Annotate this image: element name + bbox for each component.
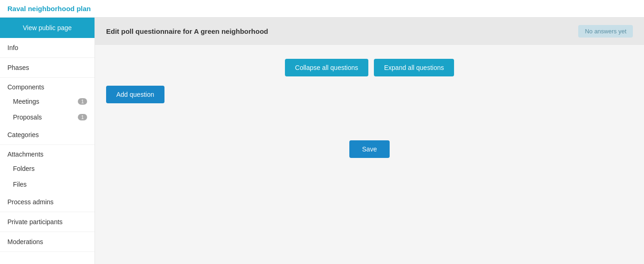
add-question-button[interactable]: Add question — [106, 86, 164, 103]
sidebar-proposals-badge: 1 — [78, 114, 87, 120]
sidebar-item-view-public[interactable]: View public page — [0, 18, 95, 38]
sidebar-item-info[interactable]: Info — [0, 38, 95, 58]
sidebar-item-process-admins[interactable]: Process admins — [0, 192, 95, 212]
sidebar-item-moderations[interactable]: Moderations — [0, 232, 95, 252]
sidebar-item-proposals-label: Proposals — [13, 113, 42, 121]
content-area: Edit poll questionnaire for A green neig… — [95, 18, 644, 264]
sidebar-item-folders-label: Folders — [13, 165, 35, 172]
save-button[interactable]: Save — [349, 140, 390, 158]
content-body: Collapse all questions Expand all questi… — [95, 45, 644, 172]
no-answers-badge: No answers yet — [578, 25, 633, 38]
content-header-title: Edit poll questionnaire for A green neig… — [106, 27, 268, 35]
sidebar-item-phases[interactable]: Phases — [0, 58, 95, 78]
sidebar: View public page Info Phases Components … — [0, 18, 95, 264]
sidebar-section-attachments: Attachments — [0, 145, 95, 161]
question-controls-row: Collapse all questions Expand all questi… — [285, 59, 454, 76]
sidebar-meetings-badge: 1 — [78, 98, 87, 105]
top-bar: Raval neighborhood plan — [0, 0, 644, 18]
sidebar-item-categories[interactable]: Categories — [0, 125, 95, 145]
sidebar-item-proposals[interactable]: Proposals 1 — [0, 109, 95, 125]
expand-all-button[interactable]: Expand all questions — [374, 59, 454, 76]
content-header: Edit poll questionnaire for A green neig… — [95, 18, 644, 45]
sidebar-item-private-participants[interactable]: Private participants — [0, 212, 95, 232]
main-layout: View public page Info Phases Components … — [0, 18, 644, 264]
save-row: Save — [106, 140, 633, 158]
sidebar-item-folders[interactable]: Folders — [0, 161, 95, 176]
add-question-row: Add question — [106, 86, 633, 103]
sidebar-item-meetings[interactable]: Meetings 1 — [0, 94, 95, 109]
sidebar-item-files[interactable]: Files — [0, 176, 95, 192]
sidebar-section-components: Components — [0, 78, 95, 94]
sidebar-item-files-label: Files — [13, 181, 27, 188]
collapse-all-button[interactable]: Collapse all questions — [285, 59, 368, 76]
app-title[interactable]: Raval neighborhood plan — [7, 5, 91, 13]
sidebar-item-meetings-label: Meetings — [13, 98, 39, 105]
